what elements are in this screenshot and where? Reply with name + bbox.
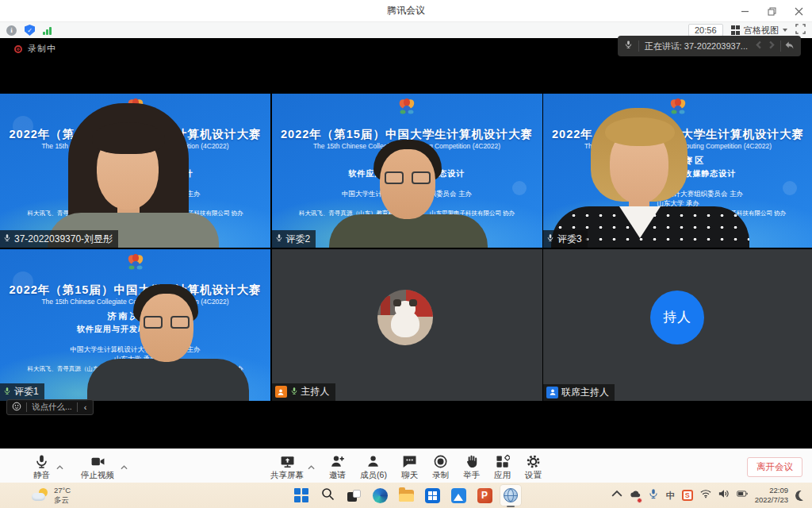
- recording-dot-icon: [14, 45, 22, 53]
- participant-name: 评委2: [286, 233, 311, 246]
- grid-view-icon: [731, 25, 741, 35]
- focus-assist-moon-icon[interactable]: [795, 489, 807, 502]
- participant-name: 主持人: [301, 385, 330, 398]
- system-tray: 中 S 22:092022/7/23: [611, 483, 806, 508]
- apps-grid-icon: [495, 454, 510, 469]
- chat-bubble-icon: [402, 454, 417, 469]
- microphone-icon: [624, 39, 633, 53]
- share-options-caret[interactable]: [308, 459, 315, 481]
- taskbar-search-button[interactable]: [317, 485, 338, 506]
- apps-button[interactable]: 应用: [494, 451, 511, 481]
- members-icon: [366, 454, 381, 469]
- chat-button[interactable]: 聊天: [401, 451, 418, 481]
- prev-speaker-icon[interactable]: [753, 39, 764, 53]
- mic-options-caret[interactable]: [56, 459, 63, 473]
- store-icon: [425, 488, 440, 503]
- participant-name-label: 评委1: [0, 383, 44, 401]
- video-grid: 2022年（第15届）中国大学生计算机设计大赛 The 15th Chinese…: [0, 94, 812, 401]
- share-screen-button[interactable]: 共享屏幕: [270, 451, 304, 481]
- participant-name-label: 37-2022039370-刘昱彤: [0, 230, 118, 248]
- wifi-icon[interactable]: [700, 488, 711, 502]
- mic-status-icon: [290, 385, 298, 399]
- raise-hand-button[interactable]: 举手: [463, 451, 480, 481]
- cohost-avatar: 持人: [650, 291, 704, 344]
- meeting-info-icon[interactable]: i: [6, 25, 17, 36]
- windows-logo-icon: [294, 488, 308, 502]
- record-button[interactable]: 录制: [432, 451, 449, 481]
- video-tile-participant[interactable]: 2022年（第15届）中国大学生计算机设计大赛 The 15th Chinese…: [272, 94, 542, 248]
- battery-icon[interactable]: [737, 488, 748, 502]
- close-button[interactable]: [785, 0, 812, 22]
- quick-chat-bar[interactable]: 说点什么... ‹: [6, 399, 94, 415]
- file-explorer-button[interactable]: [396, 485, 416, 506]
- meeting-window: 腾讯会议 i ✓ 20:56 宫格视图 录制: [0, 0, 812, 508]
- restore-button[interactable]: [758, 0, 785, 22]
- start-button[interactable]: [291, 485, 312, 506]
- host-badge-icon: [275, 386, 287, 398]
- mic-in-use-icon[interactable]: [648, 488, 659, 502]
- taskbar-clock[interactable]: 22:092022/7/23: [755, 486, 788, 506]
- collapse-chevron-icon[interactable]: ‹: [82, 402, 89, 412]
- participant-name: 评委1: [14, 385, 39, 398]
- edge-browser-button[interactable]: [370, 485, 390, 506]
- ime-indicator[interactable]: 中: [666, 490, 675, 502]
- video-tile-participant[interactable]: 2022年（第15届）中国大学生计算机设计大赛 The 15th Chinese…: [0, 94, 270, 248]
- microsoft-store-button[interactable]: [422, 485, 442, 506]
- task-view-button[interactable]: [343, 485, 364, 506]
- weather-widget[interactable]: 27°C多云: [32, 486, 71, 505]
- participant-video: [0, 249, 270, 401]
- weather-condition: 多云: [54, 495, 69, 504]
- video-tile-participant[interactable]: 2022年（第15届）中国大学生计算机设计大赛 The 15th Chinese…: [0, 249, 270, 401]
- next-speaker-icon[interactable]: [767, 39, 777, 53]
- edge-icon: [373, 488, 388, 503]
- emoji-icon[interactable]: [12, 400, 21, 414]
- search-icon: [321, 487, 335, 504]
- powerpoint-button[interactable]: P: [474, 485, 495, 506]
- record-icon: [433, 454, 448, 469]
- mic-status-icon: [275, 232, 283, 246]
- participant-video: [0, 94, 270, 248]
- mute-button[interactable]: 静音: [33, 451, 50, 481]
- sogou-input-icon[interactable]: S: [682, 490, 693, 501]
- minimize-button[interactable]: [731, 0, 758, 22]
- globe-icon: [504, 488, 518, 502]
- onedrive-icon[interactable]: [630, 488, 641, 502]
- windows-taskbar: 27°C多云 P 中 S 22:092022/7/23: [0, 483, 812, 508]
- participant-name-label: 联席主持人: [543, 384, 615, 401]
- leave-meeting-button[interactable]: 离开会议: [747, 457, 802, 477]
- mic-status-icon: [3, 232, 11, 246]
- powerpoint-icon: P: [477, 488, 492, 503]
- invite-button[interactable]: 邀请: [329, 451, 346, 481]
- active-speaker-label: 正在讲话: 37-202203937...: [645, 40, 748, 52]
- network-signal-icon: [43, 26, 52, 35]
- clock-time: 22:09: [769, 486, 788, 495]
- video-options-caret[interactable]: [121, 459, 128, 473]
- chat-input-placeholder[interactable]: 说点什么...: [32, 402, 72, 413]
- host-avatar: [377, 290, 433, 345]
- video-tile-cohost[interactable]: 持人 联席主持人: [543, 249, 812, 401]
- clock-date: 2022/7/23: [755, 495, 788, 504]
- docs-app-button[interactable]: [448, 485, 469, 506]
- participant-name: 联席主持人: [561, 386, 609, 399]
- meeting-duration: 20:56: [688, 24, 723, 37]
- task-view-icon: [347, 490, 361, 502]
- participant-video: [272, 94, 542, 248]
- reply-arrow-icon[interactable]: [784, 39, 795, 53]
- security-shield-icon[interactable]: ✓: [25, 25, 35, 36]
- layout-switcher[interactable]: 宫格视图: [731, 25, 788, 37]
- cohost-badge-icon: [546, 387, 558, 398]
- members-button[interactable]: 成员(6): [360, 451, 387, 481]
- video-tile-host[interactable]: 主持人: [272, 249, 542, 401]
- share-screen-icon: [280, 454, 295, 469]
- participant-name-label: 评委2: [272, 230, 316, 248]
- video-tile-participant[interactable]: 2022年（第15届）中国大学生计算机设计大赛 The 15th Chinese…: [543, 94, 812, 248]
- participant-name: 37-2022039370-刘昱彤: [14, 233, 113, 246]
- meeting-app-button-active[interactable]: [500, 485, 521, 506]
- mic-status-icon: [3, 385, 11, 399]
- recording-indicator: 录制中: [14, 43, 56, 55]
- window-title: 腾讯会议: [387, 4, 425, 17]
- stop-video-button[interactable]: 停止视频: [81, 451, 114, 481]
- tray-expand-chevron[interactable]: [611, 488, 622, 502]
- volume-icon[interactable]: [718, 488, 730, 502]
- settings-button[interactable]: 设置: [525, 451, 542, 481]
